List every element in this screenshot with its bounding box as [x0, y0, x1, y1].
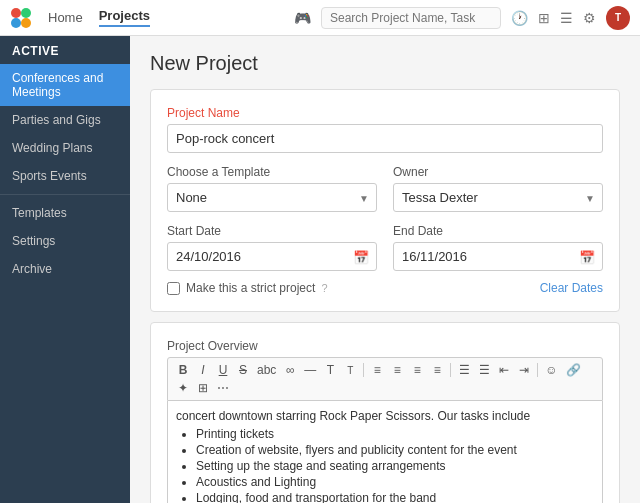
template-owner-row: Choose a Template None ▼ Owner Tessa Dex…	[167, 165, 603, 212]
gamepad-icon[interactable]: 🎮	[294, 10, 311, 26]
indent-button[interactable]: ⇥	[515, 362, 533, 378]
svg-point-3	[21, 18, 31, 28]
list-item: Lodging, food and transportation for the…	[196, 491, 594, 503]
search-input[interactable]	[321, 7, 501, 29]
strikethrough-button[interactable]: S	[234, 362, 252, 378]
main-content: New Project Project Name Choose a Templa…	[130, 36, 640, 503]
start-date-input[interactable]	[167, 242, 377, 271]
template-col: Choose a Template None ▼	[167, 165, 377, 212]
code-button[interactable]: —	[301, 362, 319, 378]
nav-home[interactable]: Home	[48, 10, 83, 25]
start-date-calendar-icon[interactable]: 📅	[353, 249, 369, 264]
owner-col: Owner Tessa Dexter ▼	[393, 165, 603, 212]
toolbar-sep3	[537, 363, 538, 377]
layout: Active Conferences and Meetings Parties …	[0, 36, 640, 503]
svg-point-2	[11, 18, 21, 28]
underline-button[interactable]: U	[214, 362, 232, 378]
svg-point-1	[21, 8, 31, 18]
svg-point-0	[11, 8, 21, 18]
more-button[interactable]: ⋯	[214, 380, 232, 396]
align-center-button[interactable]: ≡	[388, 362, 406, 378]
page-title: New Project	[150, 52, 620, 75]
end-date-input[interactable]	[393, 242, 603, 271]
heading2-button[interactable]: T	[341, 364, 359, 377]
template-select-wrap: None ▼	[167, 183, 377, 212]
template-label: Choose a Template	[167, 165, 377, 179]
toolbar-sep2	[450, 363, 451, 377]
strict-project-row: Make this a strict project ? Clear Dates	[167, 281, 603, 295]
align-left-button[interactable]: ≡	[368, 362, 386, 378]
sidebar-item-parties[interactable]: Parties and Gigs	[0, 106, 130, 134]
strict-help-icon[interactable]: ?	[321, 282, 327, 294]
align-right-button[interactable]: ≡	[408, 362, 426, 378]
overview-label: Project Overview	[167, 339, 603, 353]
project-name-label: Project Name	[167, 106, 603, 120]
overview-section: Project Overview B I U S abc ∞ — T T ≡ ≡…	[150, 322, 620, 503]
avatar[interactable]: T	[606, 6, 630, 30]
list-item: Acoustics and Lighting	[196, 475, 594, 489]
owner-label: Owner	[393, 165, 603, 179]
end-date-wrap: 📅	[393, 242, 603, 271]
sidebar-item-sports[interactable]: Sports Events	[0, 162, 130, 190]
sidebar-divider	[0, 194, 130, 195]
sidebar-item-templates[interactable]: Templates	[0, 199, 130, 227]
strict-project-checkbox[interactable]	[167, 282, 180, 295]
ordered-list-button[interactable]: ☰	[475, 362, 493, 378]
link-button[interactable]: 🔗	[563, 362, 584, 378]
end-date-calendar-icon[interactable]: 📅	[579, 249, 595, 264]
end-date-col: End Date 📅	[393, 224, 603, 271]
bold-button[interactable]: B	[174, 362, 192, 378]
emoji-button[interactable]: ☺	[542, 362, 560, 378]
project-name-section: Project Name Choose a Template None ▼ Ow…	[150, 89, 620, 312]
editor-toolbar: B I U S abc ∞ — T T ≡ ≡ ≡ ≡ ☰ ☰ ⇤ ⇥ ☺	[167, 357, 603, 401]
list-item: Printing tickets	[196, 427, 594, 441]
app-logo	[10, 7, 32, 29]
nav-right-area: 🎮 🕐 ⊞ ☰ ⚙ T	[294, 6, 630, 30]
list-icon[interactable]: ☰	[560, 10, 573, 26]
clock-icon[interactable]: 🕐	[511, 10, 528, 26]
sidebar-active-label: Active	[0, 36, 130, 64]
heading1-button[interactable]: T	[321, 362, 339, 378]
sidebar: Active Conferences and Meetings Parties …	[0, 36, 130, 503]
unordered-list-button[interactable]: ☰	[455, 362, 473, 378]
list-item: Creation of website, flyers and publicit…	[196, 443, 594, 457]
toolbar-sep1	[363, 363, 364, 377]
sidebar-item-wedding[interactable]: Wedding Plans	[0, 134, 130, 162]
align-justify-button[interactable]: ≡	[428, 362, 446, 378]
image-button[interactable]: ✦	[174, 380, 192, 396]
sidebar-item-conferences[interactable]: Conferences and Meetings	[0, 64, 130, 106]
editor-list: Printing tickets Creation of website, fl…	[176, 427, 594, 503]
sidebar-item-settings[interactable]: Settings	[0, 227, 130, 255]
list-item: Setting up the stage and seating arrange…	[196, 459, 594, 473]
outdent-button[interactable]: ⇤	[495, 362, 513, 378]
settings-icon[interactable]: ⚙	[583, 10, 596, 26]
template-select[interactable]: None	[167, 183, 377, 212]
grid-icon[interactable]: ⊞	[538, 10, 550, 26]
end-date-label: End Date	[393, 224, 603, 238]
start-date-label: Start Date	[167, 224, 377, 238]
clear-dates-link[interactable]: Clear Dates	[540, 281, 603, 295]
fx-button[interactable]: ∞	[281, 362, 299, 378]
start-date-col: Start Date 📅	[167, 224, 377, 271]
editor-intro: concert downtown starring Rock Paper Sci…	[176, 409, 530, 423]
editor-area[interactable]: concert downtown starring Rock Paper Sci…	[167, 401, 603, 503]
italic-button[interactable]: I	[194, 362, 212, 378]
start-date-wrap: 📅	[167, 242, 377, 271]
sidebar-item-archive[interactable]: Archive	[0, 255, 130, 283]
table-button[interactable]: ⊞	[194, 380, 212, 396]
nav-projects[interactable]: Projects	[99, 8, 150, 27]
top-nav: Home Projects 🎮 🕐 ⊞ ☰ ⚙ T	[0, 0, 640, 36]
strict-project-label: Make this a strict project	[186, 281, 315, 295]
dates-row: Start Date 📅 End Date 📅	[167, 224, 603, 271]
owner-select-wrap: Tessa Dexter ▼	[393, 183, 603, 212]
project-name-input[interactable]	[167, 124, 603, 153]
subscript-button[interactable]: abc	[254, 362, 279, 378]
owner-select[interactable]: Tessa Dexter	[393, 183, 603, 212]
